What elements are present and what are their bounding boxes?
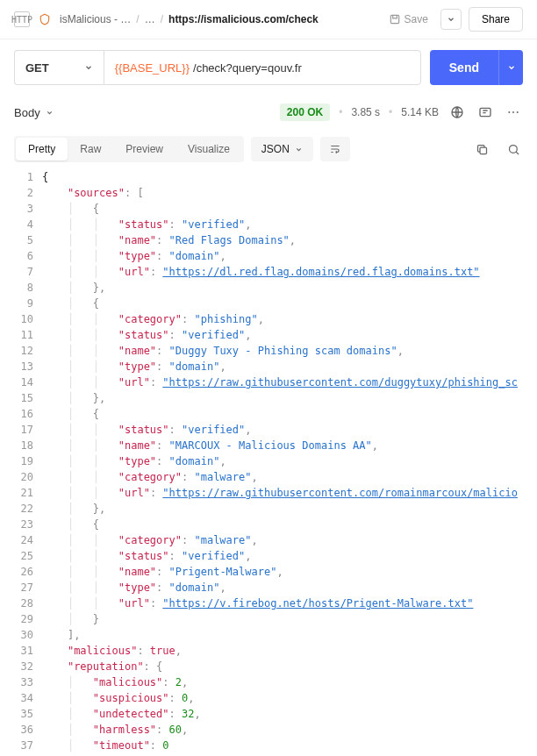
view-right-actions xyxy=(472,139,523,159)
url-input[interactable]: {{BASE_URL}} /check?query=qouv.fr xyxy=(104,50,421,85)
header-actions: Save Share xyxy=(383,7,523,32)
save-label: Save xyxy=(405,13,428,25)
request-row: GET {{BASE_URL}} /check?query=qouv.fr Se… xyxy=(0,39,537,96)
save-button[interactable]: Save xyxy=(383,10,433,29)
view-mode-group: Pretty Raw Preview Visualize xyxy=(14,136,244,162)
view-row: Pretty Raw Preview Visualize JSON xyxy=(0,129,537,169)
tab-pretty[interactable]: Pretty xyxy=(16,138,68,160)
header-bar: HTTP isMalicious - … / … / https://ismal… xyxy=(0,0,537,39)
wrap-icon xyxy=(329,143,341,155)
send-dropdown-button[interactable] xyxy=(498,50,523,85)
format-value: JSON xyxy=(261,143,290,155)
breadcrumb: isMalicious - … / … / https://ismaliciou… xyxy=(60,13,376,25)
svg-point-7 xyxy=(509,145,517,153)
send-button[interactable]: Send xyxy=(430,50,498,85)
save-dropdown-button[interactable] xyxy=(440,9,462,30)
url-variable: {{BASE_URL}} xyxy=(115,61,190,75)
more-icon[interactable] xyxy=(504,103,523,122)
url-path: /check?query=qouv.fr xyxy=(193,61,302,75)
globe-icon[interactable] xyxy=(448,103,467,122)
copy-icon[interactable] xyxy=(472,139,491,159)
format-dropdown[interactable]: JSON xyxy=(251,137,313,161)
http-icon: HTTP xyxy=(14,11,30,27)
response-time: 3.85 s xyxy=(351,106,380,118)
save-response-icon[interactable] xyxy=(476,103,495,122)
body-label: Body xyxy=(14,106,40,119)
share-button[interactable]: Share xyxy=(469,7,523,32)
response-size: 5.14 KB xyxy=(401,106,439,118)
svg-point-5 xyxy=(517,111,519,113)
wrap-lines-button[interactable] xyxy=(320,137,350,161)
chevron-down-icon xyxy=(84,63,93,72)
svg-point-3 xyxy=(508,111,510,113)
breadcrumb-current[interactable]: https://ismalicious.com/check xyxy=(168,13,319,25)
method-select[interactable]: GET xyxy=(14,50,104,85)
search-icon[interactable] xyxy=(504,139,523,159)
body-dropdown[interactable]: Body xyxy=(14,106,54,119)
svg-point-4 xyxy=(512,111,514,113)
chevron-down-icon xyxy=(46,109,54,117)
svg-rect-0 xyxy=(390,15,398,23)
breadcrumb-collection[interactable]: … xyxy=(145,13,155,25)
response-body[interactable]: 1234567891011121314151617181920212223242… xyxy=(0,169,537,756)
code-content[interactable]: { "sources": [ │ { │ │ "status": "verifi… xyxy=(42,169,537,756)
shield-icon xyxy=(37,11,53,27)
svg-rect-6 xyxy=(480,147,487,154)
tab-preview[interactable]: Preview xyxy=(113,138,175,160)
chevron-down-icon xyxy=(295,146,303,153)
method-value: GET xyxy=(25,61,49,75)
status-badge: 200 OK xyxy=(280,103,330,121)
line-gutter: 1234567891011121314151617181920212223242… xyxy=(0,169,42,756)
tab-raw[interactable]: Raw xyxy=(68,138,113,160)
response-meta: 200 OK • 3.85 s • 5.14 KB xyxy=(280,103,523,122)
tab-visualize[interactable]: Visualize xyxy=(175,138,242,160)
breadcrumb-workspace[interactable]: isMalicious - … xyxy=(60,13,131,25)
response-bar: Body 200 OK • 3.85 s • 5.14 KB xyxy=(0,96,537,129)
